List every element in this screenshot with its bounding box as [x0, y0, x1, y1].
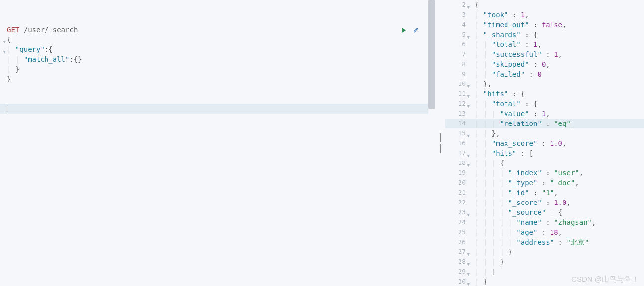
- response-line: | },: [475, 79, 644, 89]
- response-viewer[interactable]: 2▼345▼678910▼11▼12▼131415▼1617▼18▼192021…: [445, 0, 644, 286]
- code-line[interactable]: | "query":{: [7, 44, 82, 54]
- response-line: | | "failed" : 0: [475, 69, 644, 79]
- pane-divider[interactable]: [435, 0, 445, 286]
- response-line: | "timed_out" : false,: [475, 20, 644, 30]
- response-line: | | "total" : 1,: [475, 40, 644, 49]
- response-line: | | | "relation" : "eq": [475, 119, 644, 128]
- response-line: | | },: [475, 128, 644, 138]
- left-scrollbar[interactable]: [428, 0, 435, 286]
- wrench-icon[interactable]: [413, 26, 421, 36]
- response-line: | | "total" : {: [475, 99, 644, 109]
- response-line: | | | | | "address" : "北京": [475, 237, 644, 247]
- code-line[interactable]: | | "match_all":{}: [7, 54, 82, 64]
- response-line: | | "skipped" : 0,: [475, 59, 644, 69]
- request-code[interactable]: GET /user/_search {| "query":{| | "match…: [7, 25, 82, 114]
- http-path: /user/_search: [24, 26, 78, 34]
- code-line[interactable]: }: [7, 74, 82, 84]
- response-code: {| "took" : 1,| "timed_out" : false,| "_…: [475, 0, 644, 286]
- response-line: | "_shards" : {: [475, 30, 644, 40]
- response-line: | "hits" : {: [475, 89, 644, 99]
- response-line: | | | | "_index" : "user",: [475, 168, 644, 178]
- response-line: | | | | "_source" : {: [475, 207, 644, 217]
- response-line: | | | | "_score" : 1.0,: [475, 198, 644, 207]
- response-line: | | | {: [475, 158, 644, 168]
- request-editor[interactable]: ▼▼ GET /user/_search {| "query":{| | "ma…: [0, 0, 435, 286]
- response-line: | | | | | "name" : "zhagsan",: [475, 217, 644, 227]
- code-line[interactable]: | }: [7, 64, 82, 74]
- request-actions: [399, 26, 421, 36]
- response-line: | | | | "_id" : "1",: [475, 188, 644, 198]
- response-line: | | | | | "age" : 18,: [475, 227, 644, 237]
- request-gutter: ▼▼: [0, 0, 5, 84]
- code-line[interactable]: {: [7, 35, 82, 44]
- response-line: | | "hits" : [: [475, 148, 644, 158]
- response-gutter: 2▼345▼678910▼11▼12▼131415▼1617▼18▼192021…: [445, 0, 469, 286]
- response-line: {: [475, 0, 644, 10]
- play-icon[interactable]: [399, 26, 408, 36]
- response-line: | "took" : 1,: [475, 10, 644, 20]
- editor-cursor: [7, 105, 7, 113]
- response-line: | | | | "_type" : "_doc",: [475, 178, 644, 188]
- http-method: GET: [7, 26, 19, 34]
- response-line: | | | }: [475, 257, 644, 267]
- left-scrollbar-thumb[interactable]: [428, 0, 435, 109]
- drag-handle-icon[interactable]: [439, 133, 442, 153]
- response-line: | | "max_score" : 1.0,: [475, 138, 644, 148]
- response-line: | | | | }: [475, 247, 644, 257]
- response-line: | | "successful" : 1,: [475, 49, 644, 59]
- response-line: | | | "value" : 1,: [475, 109, 644, 119]
- watermark-text: CSDN @山鸟与鱼！: [571, 275, 639, 284]
